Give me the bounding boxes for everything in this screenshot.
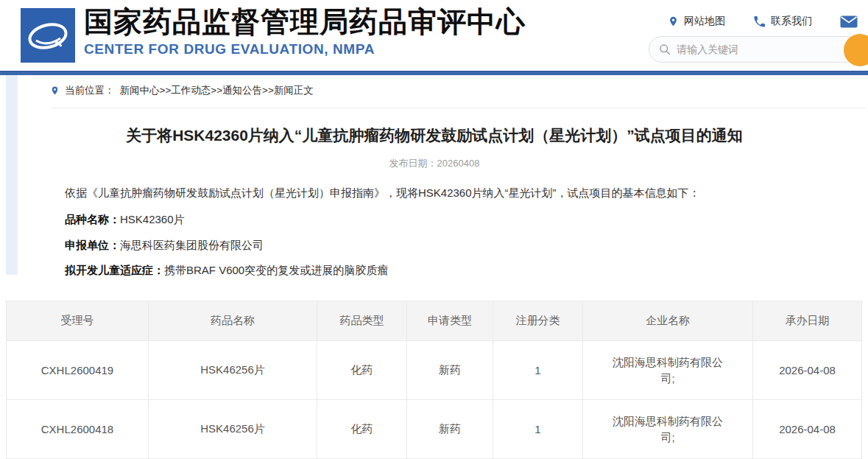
site-header: 国家药品监督管理局药品审评中心 CENTER FOR DRUG EVALUATI… xyxy=(0,0,868,71)
table-header-row: 受理号 药品名称 药品类型 申请类型 注册分类 企业名称 承办日期 xyxy=(7,301,862,341)
map-pin-icon xyxy=(668,15,679,28)
cde-logo-icon xyxy=(21,8,75,63)
field-indication: 拟开发儿童适应症：携带BRAF V600突变的复发或进展的脑胶质瘤 xyxy=(65,264,388,278)
utility-nav: 网站地图 联系我们 xyxy=(668,15,858,28)
envelope-icon xyxy=(840,15,858,28)
cell-company-name: 沈阳海思科制药有限公司; xyxy=(583,341,753,400)
sitemap-link[interactable]: 网站地图 xyxy=(668,15,725,28)
cell-drug-name: HSK46256片 xyxy=(149,400,317,459)
col-drug-type: 药品类型 xyxy=(317,301,407,341)
cell-handling-date: 2026-04-08 xyxy=(753,400,862,459)
site-title-block: 国家药品监督管理局药品审评中心 CENTER FOR DRUG EVALUATI… xyxy=(84,4,526,59)
field-label: 品种名称： xyxy=(65,213,120,225)
article-title: 关于将HSK42360片纳入“儿童抗肿瘤药物研发鼓励试点计划（星光计划）”试点项… xyxy=(22,125,847,146)
site-subtitle: CENTER FOR DRUG EVALUATION, NMPA xyxy=(84,40,526,59)
site-title: 国家药品监督管理局药品审评中心 xyxy=(84,4,526,40)
contact-label: 联系我们 xyxy=(771,15,812,28)
mail-link[interactable] xyxy=(840,15,858,28)
field-label: 申报单位： xyxy=(65,239,120,251)
cell-application-type: 新药 xyxy=(407,400,493,459)
field-variety-name: 品种名称：HSK42360片 xyxy=(65,213,185,227)
search-icon xyxy=(659,43,671,55)
col-drug-name: 药品名称 xyxy=(149,301,317,341)
breadcrumb-separator xyxy=(52,108,865,108)
phone-icon xyxy=(753,15,766,28)
field-value: HSK42360片 xyxy=(120,213,185,225)
search-box xyxy=(649,36,860,63)
applications-table: 受理号 药品名称 药品类型 申请类型 注册分类 企业名称 承办日期 CXHL26… xyxy=(6,301,862,459)
cell-company-name: 沈阳海思科制药有限公司; xyxy=(583,400,753,459)
breadcrumb-path[interactable]: 新闻中心>>工作动态>>通知公告>>新闻正文 xyxy=(120,84,314,97)
article-paragraph: 依据《儿童抗肿瘤药物研发鼓励试点计划（星光计划）申报指南》，现将HSK42360… xyxy=(65,186,853,200)
breadcrumb: 当前位置： 新闻中心>>工作动态>>通知公告>>新闻正文 xyxy=(50,84,314,97)
field-value: 海思科医药集团股份有限公司 xyxy=(120,239,264,251)
col-application-type: 申请类型 xyxy=(407,301,493,341)
breadcrumb-label: 当前位置： xyxy=(65,84,115,97)
sitemap-label: 网站地图 xyxy=(684,15,725,28)
location-pin-icon xyxy=(50,85,60,97)
cell-registration-class: 1 xyxy=(493,341,583,400)
cell-registration-class: 1 xyxy=(493,400,583,459)
cell-drug-type: 化药 xyxy=(317,341,407,400)
table-row: CXHL2600418 HSK46256片 化药 新药 1 沈阳海思科制药有限公… xyxy=(7,400,862,459)
col-handling-date: 承办日期 xyxy=(753,301,862,341)
search-area xyxy=(649,36,860,63)
contact-link[interactable]: 联系我们 xyxy=(753,15,812,28)
search-input[interactable] xyxy=(677,43,824,55)
publish-date: 发布日期：20260408 xyxy=(22,157,847,170)
col-registration-class: 注册分类 xyxy=(493,301,583,341)
cell-acceptance-no: CXHL2600418 xyxy=(7,400,149,459)
cell-handling-date: 2026-04-08 xyxy=(753,341,862,400)
cell-application-type: 新药 xyxy=(407,341,493,400)
header-divider-bar xyxy=(0,71,868,75)
field-applicant: 申报单位：海思科医药集团股份有限公司 xyxy=(65,239,264,253)
col-company-name: 企业名称 xyxy=(583,301,753,341)
cell-acceptance-no: CXHL2600419 xyxy=(7,341,149,400)
table-row: CXHL2600419 HSK46256片 化药 新药 1 沈阳海思科制药有限公… xyxy=(7,341,862,400)
left-accent-strip xyxy=(6,75,18,275)
cell-drug-name: HSK46256片 xyxy=(149,341,317,400)
col-acceptance-no: 受理号 xyxy=(7,301,149,341)
page: 国家药品监督管理局药品审评中心 CENTER FOR DRUG EVALUATI… xyxy=(0,0,868,459)
cell-drug-type: 化药 xyxy=(317,400,407,459)
cde-logo[interactable] xyxy=(21,8,75,63)
field-label: 拟开发儿童适应症： xyxy=(65,264,164,276)
field-value: 携带BRAF V600突变的复发或进展的脑胶质瘤 xyxy=(164,264,388,276)
